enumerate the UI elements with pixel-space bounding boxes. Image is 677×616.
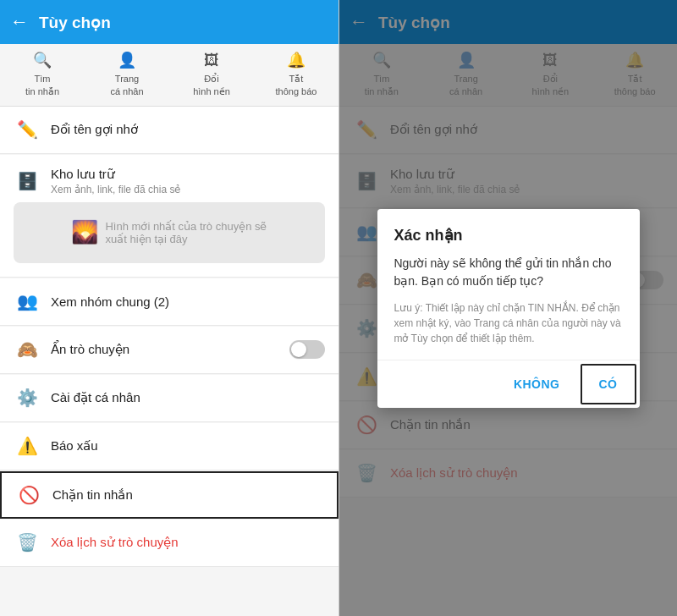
preview-photo-icon: 🌄 — [71, 219, 98, 245]
left-menu-list: ✏️ Đổi tên gợi nhớ 🗄️ Kho lưu trữ Xem ản… — [0, 107, 338, 616]
left-nav-tabs: 🔍 Tìmtin nhắn 👤 Trangcá nhân 🖼 Đổihình n… — [0, 44, 338, 107]
confirm-dialog: Xác nhận Người này sẽ không thể gửi tin … — [377, 209, 640, 408]
left-tab-search-label: Tìmtin nhắn — [25, 73, 59, 97]
left-settings-item[interactable]: ⚙️ Cài đặt cá nhân — [0, 375, 338, 422]
delete-label: Xóa lịch sử trò chuyện — [51, 535, 325, 550]
storage-sublabel: Xem ảnh, link, file đã chia sẻ — [51, 184, 325, 195]
notification-icon: 🔔 — [287, 51, 305, 70]
left-header-title: Tùy chọn — [39, 13, 111, 32]
left-hide-item[interactable]: 🙈 Ẩn trò chuyện — [0, 327, 338, 374]
left-tab-wallpaper-label: Đổihình nền — [193, 73, 230, 97]
search-icon: 🔍 — [33, 51, 52, 70]
left-delete-item[interactable]: 🗑️ Xóa lịch sử trò chuyện — [0, 520, 338, 567]
left-tab-notifications[interactable]: 🔔 Tắtthông báo — [254, 44, 338, 106]
rename-icon: ✏️ — [14, 119, 41, 140]
left-tab-notifications-label: Tắtthông báo — [276, 73, 317, 97]
report-label: Báo xấu — [51, 438, 325, 454]
delete-text: Xóa lịch sử trò chuyện — [51, 535, 325, 550]
rename-label: Đổi tên gợi nhớ — [51, 122, 325, 137]
profile-icon: 👤 — [118, 51, 136, 70]
left-tab-profile[interactable]: 👤 Trangcá nhân — [85, 44, 169, 106]
block-label: Chặn tin nhắn — [52, 487, 323, 503]
group-text: Xem nhóm chung (2) — [51, 294, 325, 309]
left-panel: ← Tùy chọn 🔍 Tìmtin nhắn 👤 Trangcá nhân … — [0, 0, 338, 616]
storage-preview-text: Hình mới nhất của trò chuyện sẽxuất hiện… — [105, 220, 267, 245]
left-header: ← Tùy chọn — [0, 0, 338, 44]
left-storage-item[interactable]: 🗄️ Kho lưu trữ Xem ảnh, link, file đã ch… — [0, 155, 338, 278]
block-icon: 🚫 — [15, 485, 42, 505]
storage-icon: 🗄️ — [14, 171, 41, 191]
group-label: Xem nhóm chung (2) — [51, 294, 325, 309]
toggle-thumb — [291, 342, 306, 357]
left-rename-item[interactable]: ✏️ Đổi tên gợi nhớ — [0, 107, 338, 154]
left-group-item[interactable]: 👥 Xem nhóm chung (2) — [0, 278, 338, 326]
dialog-actions: KHÔNG CÓ — [377, 360, 640, 408]
left-back-button[interactable]: ← — [10, 11, 29, 33]
dialog-cancel-button[interactable]: KHÔNG — [497, 360, 577, 408]
report-icon: ⚠️ — [14, 436, 41, 456]
storage-preview-box: 🌄 Hình mới nhất của trò chuyện sẽxuất hi… — [14, 202, 325, 263]
hide-toggle[interactable] — [289, 340, 325, 359]
dialog-title: Xác nhận — [394, 226, 623, 245]
settings-icon: ⚙️ — [14, 388, 41, 408]
hide-label: Ẩn trò chuyện — [51, 342, 289, 357]
settings-text: Cài đặt cá nhân — [51, 390, 325, 405]
delete-icon: 🗑️ — [14, 532, 41, 553]
left-tab-search[interactable]: 🔍 Tìmtin nhắn — [0, 44, 85, 106]
left-report-item[interactable]: ⚠️ Báo xấu — [0, 423, 338, 470]
hide-text: Ẩn trò chuyện — [51, 342, 289, 357]
settings-label: Cài đặt cá nhân — [51, 390, 325, 405]
report-text: Báo xấu — [51, 438, 325, 454]
wallpaper-icon: 🖼 — [204, 51, 219, 70]
block-text: Chặn tin nhắn — [52, 487, 323, 503]
storage-text: Kho lưu trữ Xem ảnh, link, file đã chia … — [51, 167, 325, 195]
left-tab-profile-label: Trangcá nhân — [110, 73, 143, 97]
group-icon: 👥 — [14, 291, 41, 311]
dialog-overlay: Xác nhận Người này sẽ không thể gửi tin … — [339, 0, 677, 616]
hide-icon: 🙈 — [14, 339, 41, 360]
dialog-note: Lưu ý: Thiết lập này chỉ chặn TIN NHẮN. … — [394, 300, 623, 346]
storage-label: Kho lưu trữ — [51, 167, 325, 182]
left-tab-wallpaper[interactable]: 🖼 Đổihình nền — [169, 44, 254, 106]
dialog-confirm-button[interactable]: CÓ — [581, 364, 636, 404]
right-panel: ← Tùy chọn 🔍 Tìmtin nhắn 👤 Trangcá nhân … — [338, 0, 677, 616]
dialog-body: Người này sẽ không thể gửi tin nhắn cho … — [394, 255, 623, 290]
rename-text: Đổi tên gợi nhớ — [51, 122, 325, 137]
left-block-item[interactable]: 🚫 Chặn tin nhắn — [0, 471, 338, 519]
